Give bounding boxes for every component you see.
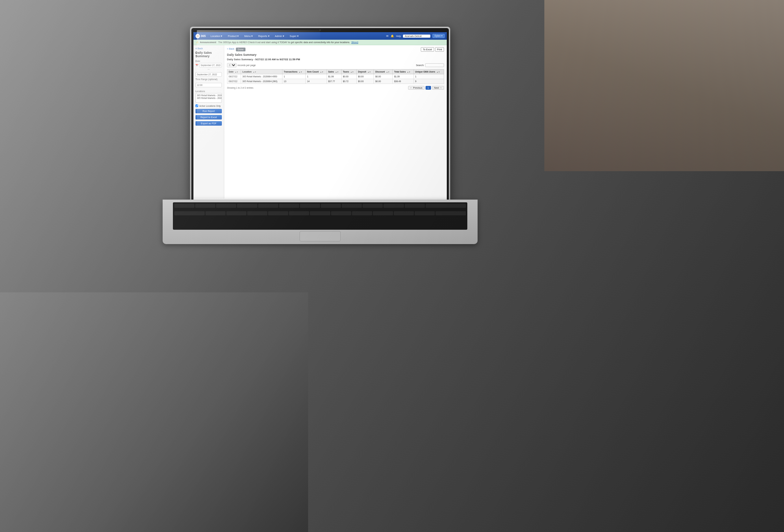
locations-label: Locations (195, 90, 222, 92)
announcement-link[interactable]: [More] (351, 41, 358, 43)
report-subtitle: Daily Sales Summary - 9/27/22 12:00 AM t… (227, 58, 444, 61)
cell-discount-1: $0.00 (374, 74, 393, 79)
trackpad[interactable] (300, 231, 341, 241)
couch-area (544, 0, 784, 171)
nav-item-product[interactable]: Product ▾ (226, 34, 240, 38)
laptop-body: ⊙ 365 Location ▾ Product ▾ Menu ▾ Report… (190, 27, 450, 201)
key-tab (174, 211, 205, 215)
nav-item-location[interactable]: Location ▾ (209, 34, 224, 38)
key (279, 204, 299, 208)
report-to-excel-button[interactable]: Report to Excel (195, 115, 222, 119)
cell-unique-gma-2: 9 (414, 79, 444, 84)
calendar-icon: 📅 (195, 64, 199, 67)
key-backspace (426, 204, 466, 208)
active-locations-label: Active Locations Only (199, 105, 221, 107)
col-item-count[interactable]: Item Count ▲▼ (305, 69, 327, 74)
key (289, 211, 309, 215)
export-pdf-button[interactable]: Export as PDF (195, 121, 222, 126)
to-excel-button[interactable]: To Excel (421, 47, 434, 52)
date-separator: — (195, 68, 222, 70)
locations-select[interactable]: 365 Retail Markets - 2026664 4950 365 Re… (195, 93, 222, 103)
search-input[interactable] (425, 63, 444, 67)
keyboard-row-1 (174, 204, 466, 210)
date-label: Date (195, 60, 222, 62)
cell-transactions-2: 13 (282, 79, 305, 84)
col-transactions[interactable]: Transactions ▲▼ (282, 69, 305, 74)
prev-button[interactable]: ← Previous (408, 86, 425, 90)
nav-item-super[interactable]: Super ▾ (288, 34, 300, 38)
cell-deposit-1: $0.00 (356, 74, 374, 79)
help-link[interactable]: Help (396, 35, 401, 37)
nav-bar: ⊙ 365 Location ▾ Product ▾ Menu ▾ Report… (193, 32, 447, 40)
report-title: Daily Sales Summary (227, 53, 444, 56)
key (216, 204, 236, 208)
col-total-sales[interactable]: Total Sales ▲▼ (393, 69, 414, 74)
time-from-input[interactable] (195, 83, 222, 87)
mail-icon[interactable]: ✉ (386, 35, 389, 38)
key (331, 211, 351, 215)
key (226, 211, 246, 215)
bell-icon[interactable]: 🔔 (391, 35, 394, 38)
nav-right: ✉ 🔔 Help Aramark-Detroit Dylan ▾ (386, 34, 445, 38)
records-per-page-select[interactable]: 95 (227, 63, 237, 67)
announcement-bar: ⚠ Announcement The 365Ops App is HERE!! … (193, 40, 447, 45)
key (195, 204, 215, 208)
announcement-icon: ⚠ (196, 41, 199, 44)
laptop-keyboard-base (163, 200, 478, 244)
back-link[interactable]: < Back (195, 47, 222, 50)
key (237, 204, 257, 208)
screen: ⊙ 365 Location ▾ Product ▾ Menu ▾ Report… (193, 32, 447, 201)
done-button[interactable]: Done (236, 48, 246, 51)
cell-taxes-2: $0.72 (341, 79, 356, 84)
key (342, 204, 362, 208)
active-locations-row: Active Locations Only (195, 104, 222, 107)
col-deposit[interactable]: Deposit ▲▼ (356, 69, 374, 74)
key (321, 204, 341, 208)
logo-text: 365 (201, 34, 206, 38)
date-from-input[interactable] (199, 63, 222, 67)
report-back-link[interactable]: < Back (227, 48, 235, 51)
next-button[interactable]: Next → (432, 86, 444, 90)
key (394, 211, 414, 215)
key (415, 211, 435, 215)
announcement-text: The 365Ops App is HERE!! Check it out an… (218, 41, 350, 43)
key (247, 211, 267, 215)
data-table: Date ▲▼ Location ▲▼ Transactions ▲▼ Item… (227, 69, 444, 84)
time-range-label: Time Range (optional) (195, 78, 222, 80)
col-location[interactable]: Location ▲▼ (241, 69, 282, 74)
location-search[interactable]: Aramark-Detroit (403, 35, 430, 38)
page-1-button[interactable]: 1 (426, 86, 431, 90)
table-header-row: Date ▲▼ Location ▲▼ Transactions ▲▼ Item… (227, 69, 444, 74)
report-top-bar: < Back Done To Excel Print (227, 47, 444, 52)
cell-item-count-1: 1 (305, 74, 327, 79)
laptop-camera (319, 29, 321, 31)
print-button[interactable]: Print (435, 47, 444, 52)
cell-location-2: 365 Retail Markets - 2026664 (960) (241, 79, 282, 84)
col-taxes[interactable]: Taxes ▲▼ (341, 69, 356, 74)
nav-item-menu[interactable]: Menu ▾ (243, 34, 254, 38)
col-unique-gma[interactable]: Unique GMA Users ▲▼ (414, 69, 444, 74)
cell-deposit-2: $0.00 (356, 79, 374, 84)
key (352, 211, 372, 215)
active-locations-checkbox[interactable] (195, 104, 198, 107)
col-discount[interactable]: Discount ▲▼ (374, 69, 393, 74)
nav-item-reports[interactable]: Reports ▾ (257, 34, 270, 38)
run-report-button[interactable]: Run Report (195, 109, 222, 113)
date-from-row: 📅 (195, 63, 222, 67)
location-option-2: 365 Retail Markets - 2026664 (960) (197, 97, 220, 100)
report-nav-buttons: < Back Done (227, 48, 245, 51)
cell-date-1: 08/27/22 (227, 74, 241, 79)
date-to-input[interactable] (195, 72, 222, 77)
user-menu[interactable]: Dylan ▾ (432, 34, 445, 38)
col-date[interactable]: Date ▲▼ (227, 69, 241, 74)
key (258, 204, 278, 208)
col-sales[interactable]: Sales ▲▼ (327, 69, 341, 74)
keyboard-row-2 (174, 211, 466, 216)
nav-item-admin[interactable]: Admin ▾ (274, 34, 286, 38)
table-row: 08/27/22 365 Retail Markets - 2026664 49… (227, 74, 444, 79)
content-area: < Back Daily Sales Summary Date 📅 — (193, 45, 447, 199)
cell-total-sales-1: $1.09 (393, 74, 414, 79)
nav-menu: Location ▾ Product ▾ Menu ▾ Reports ▾ Ad… (209, 34, 300, 38)
date-to-row (195, 71, 222, 77)
key (383, 204, 404, 208)
